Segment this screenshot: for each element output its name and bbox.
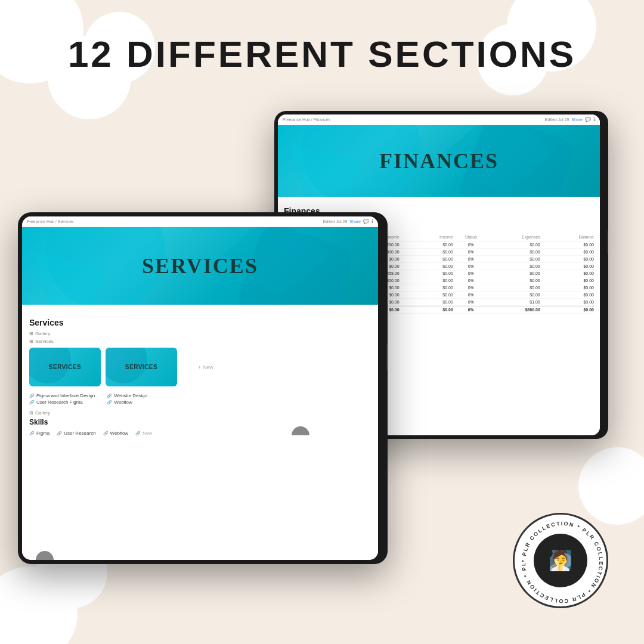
page-title: 12 DIFFERENT SECTIONS (0, 33, 644, 75)
tablets-container: Freelance Hub / Finances Edited Jul 29 S… (0, 75, 644, 564)
finances-breadcrumb: Freelance Hub / Finances (283, 117, 330, 122)
plr-badge: * PLR COLLECTION * PLR COLLECTION * PLR … (513, 513, 608, 608)
service-item-3: Website Design (107, 392, 147, 399)
tablet-back-side-button (607, 230, 608, 254)
finances-topbar: Freelance Hub / Finances Edited Jul 29 S… (278, 114, 600, 125)
gallery-card-2-title: SERVICES (125, 364, 157, 370)
info-icon: ℹ (593, 117, 595, 122)
services-topbar-actions: Edited Jul 29 Share 💬 ℹ (323, 219, 373, 224)
tablet-front-side-button (386, 343, 388, 370)
skill-webflow: Webflow (103, 430, 129, 436)
finances-topbar-actions: Edited Jul 29 Share 💬 ℹ (545, 117, 595, 122)
plr-badge-circle: * PLR COLLECTION * PLR COLLECTION * PLR … (513, 513, 608, 608)
header-status: Status (456, 235, 487, 239)
services-body: Services Gallery Services SERVICES SERVI (22, 311, 378, 560)
gallery-cards-container: SERVICES SERVICES + New (29, 348, 371, 386)
gallery-label-2: Gallery (29, 410, 371, 416)
service-items-row: Figma and Interface Design User Research… (29, 390, 371, 405)
header-balance: Balance (543, 235, 594, 239)
skills-row: Figma User Research Webflow New (29, 430, 371, 436)
header-income: Income (402, 235, 453, 239)
gallery-card-1[interactable]: SERVICES (29, 348, 101, 386)
service-item-4: Webflow (107, 399, 147, 405)
comment-icon: 💬 (363, 219, 369, 224)
services-hero-title: SERVICES (142, 253, 258, 278)
services-hero-polygon-2 (34, 251, 106, 305)
plr-text-svg: * PLR COLLECTION * PLR COLLECTION * PLR … (515, 515, 608, 608)
skill-new-button[interactable]: New (135, 430, 152, 436)
finances-share-button[interactable]: Share (571, 117, 583, 122)
services-sub-label: Services (29, 339, 371, 344)
skill-figma: Figma (29, 430, 49, 436)
gallery-label-1: Gallery (29, 331, 371, 336)
service-items-col1: Figma and Interface Design User Research… (29, 392, 95, 405)
gallery-card-2[interactable]: SERVICES (106, 348, 177, 386)
add-new-card-button[interactable]: + New (182, 348, 230, 386)
add-icon: + New (198, 364, 213, 370)
page-header: 12 DIFFERENT SECTIONS (0, 0, 644, 75)
services-share-button[interactable]: Share (349, 219, 361, 224)
finances-hero-title: FINANCES (379, 148, 499, 174)
services-edited: Edited Jul 29 (323, 219, 347, 224)
svg-text:* PLR COLLECTION * PLR COLLECT: * PLR COLLECTION * PLR COLLECTION * PLR … (515, 515, 604, 604)
info-icon: ℹ (371, 219, 373, 224)
skills-section-title: Skills (29, 418, 371, 426)
finances-edited: Edited Jul 29 (545, 117, 569, 122)
finances-hero: FINANCES (278, 125, 600, 197)
services-hero: SERVICES (22, 227, 378, 305)
services-breadcrumb: Freelance Hub / Services (27, 219, 74, 224)
header-expenses: Expenses (489, 235, 540, 239)
tablet-services-screen: Freelance Hub / Services Edited Jul 29 S… (22, 216, 378, 560)
hero-polygon-2 (290, 143, 361, 197)
service-items-col2: Website Design Webflow (107, 392, 147, 405)
gallery-card-1-title: SERVICES (49, 364, 81, 370)
skill-user-research: User Research (57, 430, 95, 436)
service-item-2: User Research Figma (29, 399, 95, 405)
services-topbar: Freelance Hub / Services Edited Jul 29 S… (22, 216, 378, 227)
comment-icon: 💬 (585, 117, 591, 122)
services-section-title: Services (29, 318, 371, 327)
service-item-1: Figma and Interface Design (29, 392, 95, 399)
tablet-services: Freelance Hub / Services Edited Jul 29 S… (18, 212, 388, 564)
services-screen: Freelance Hub / Services Edited Jul 29 S… (22, 216, 378, 560)
